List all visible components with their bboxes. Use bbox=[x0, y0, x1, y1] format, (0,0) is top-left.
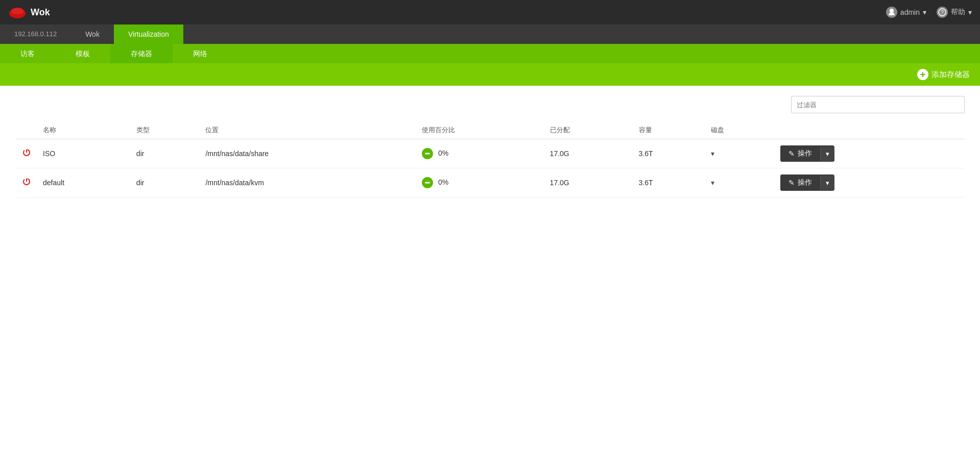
app-title: Wok bbox=[31, 7, 50, 18]
action-dropdown-button-iso[interactable]: ▾ bbox=[820, 146, 834, 161]
user-icon bbox=[886, 7, 897, 18]
logo bbox=[8, 5, 27, 20]
second-bar: 192.168.0.112 Wok Virtualization bbox=[0, 24, 980, 44]
svg-rect-2 bbox=[11, 14, 23, 16]
row-toggle-iso bbox=[15, 139, 38, 168]
tab-template[interactable]: 模板 bbox=[55, 44, 110, 63]
row-action-default: ✎ 操作 ▾ bbox=[775, 168, 965, 197]
row-capacity-default: 3.6T bbox=[634, 168, 706, 197]
main-content: 名称 类型 位置 使用百分比 已分配 容量 磁盘 ISO dir /m bbox=[0, 86, 980, 208]
status-icon-default bbox=[422, 177, 433, 188]
row-type-iso: dir bbox=[131, 139, 201, 168]
svg-point-1 bbox=[11, 8, 23, 15]
row-location-iso: /mnt/nas/data/share bbox=[200, 139, 417, 168]
col-toggle bbox=[15, 121, 38, 139]
top-bar: Wok admin ▾ ? 帮助 ▾ bbox=[0, 0, 980, 24]
nav-virtualization[interactable]: Virtualization bbox=[114, 24, 183, 44]
row-disk-default: ▾ bbox=[706, 168, 775, 197]
help-dropdown-icon[interactable]: ▾ bbox=[968, 8, 972, 16]
action-dropdown-button-default[interactable]: ▾ bbox=[820, 176, 834, 190]
row-allocated-iso: 17.0G bbox=[545, 139, 634, 168]
top-bar-right: admin ▾ ? 帮助 ▾ bbox=[886, 7, 972, 18]
row-toggle-default bbox=[15, 168, 38, 197]
disk-chevron-default[interactable]: ▾ bbox=[711, 179, 714, 187]
col-usage: 使用百分比 bbox=[417, 121, 545, 139]
top-bar-left: Wok bbox=[8, 5, 50, 20]
action-bar: + 添加存储器 bbox=[0, 63, 980, 86]
row-type-default: dir bbox=[131, 168, 201, 197]
plus-icon: + bbox=[917, 69, 928, 80]
row-action-iso: ✎ 操作 ▾ bbox=[775, 139, 965, 168]
logo-icon bbox=[8, 5, 27, 18]
edit-icon-iso: ✎ bbox=[788, 149, 795, 158]
disk-chevron-iso[interactable]: ▾ bbox=[711, 149, 714, 158]
row-capacity-iso: 3.6T bbox=[634, 139, 706, 168]
col-action bbox=[775, 121, 965, 139]
action-group-iso: ✎ 操作 ▾ bbox=[780, 145, 834, 162]
tab-network[interactable]: 网络 bbox=[173, 44, 228, 63]
user-menu[interactable]: admin ▾ bbox=[886, 7, 926, 18]
add-storage-label: 添加存储器 bbox=[931, 70, 970, 80]
row-allocated-default: 17.0G bbox=[545, 168, 634, 197]
usage-percent-iso: 0% bbox=[438, 149, 448, 157]
action-label-iso: 操作 bbox=[798, 149, 812, 158]
action-label-default: 操作 bbox=[798, 178, 812, 187]
filter-input[interactable] bbox=[791, 96, 965, 113]
help-label: 帮助 bbox=[951, 8, 965, 17]
add-storage-button[interactable]: + 添加存储器 bbox=[917, 69, 970, 80]
filter-row bbox=[15, 96, 965, 113]
row-location-default: /mnt/nas/data/kvm bbox=[200, 168, 417, 197]
row-usage-default: 0% bbox=[417, 168, 545, 197]
status-icon-iso bbox=[422, 148, 433, 159]
col-name: 名称 bbox=[38, 121, 131, 139]
table-header: 名称 类型 位置 使用百分比 已分配 容量 磁盘 bbox=[15, 121, 965, 139]
col-capacity: 容量 bbox=[634, 121, 706, 139]
power-button-default[interactable] bbox=[20, 178, 33, 188]
tab-storage[interactable]: 存储器 bbox=[110, 44, 173, 63]
nav-wok[interactable]: Wok bbox=[71, 24, 114, 44]
col-type: 类型 bbox=[131, 121, 201, 139]
edit-icon-default: ✎ bbox=[788, 179, 795, 187]
power-button-iso[interactable] bbox=[20, 148, 33, 159]
table-row: ISO dir /mnt/nas/data/share 0% 17.0G 3.6… bbox=[15, 139, 965, 168]
tab-guest[interactable]: 访客 bbox=[0, 44, 55, 63]
row-disk-iso: ▾ bbox=[706, 139, 775, 168]
action-main-button-default[interactable]: ✎ 操作 bbox=[780, 174, 820, 191]
server-ip: 192.168.0.112 bbox=[0, 24, 71, 44]
col-disk: 磁盘 bbox=[706, 121, 775, 139]
table-row: default dir /mnt/nas/data/kvm 0% 17.0G 3… bbox=[15, 168, 965, 197]
sub-tabs: 访客 模板 存储器 网络 bbox=[0, 44, 228, 63]
col-allocated: 已分配 bbox=[545, 121, 634, 139]
row-name-iso: ISO bbox=[38, 139, 131, 168]
help-menu[interactable]: ? 帮助 ▾ bbox=[937, 7, 972, 18]
col-location: 位置 bbox=[200, 121, 417, 139]
action-main-button-iso[interactable]: ✎ 操作 bbox=[780, 145, 820, 162]
user-name: admin bbox=[900, 8, 920, 16]
sub-tab-bar: 访客 模板 存储器 网络 bbox=[0, 44, 980, 63]
usage-percent-default: 0% bbox=[438, 178, 448, 186]
storage-table: 名称 类型 位置 使用百分比 已分配 容量 磁盘 ISO dir /m bbox=[15, 121, 965, 197]
user-dropdown-icon[interactable]: ▾ bbox=[923, 8, 926, 16]
table-body: ISO dir /mnt/nas/data/share 0% 17.0G 3.6… bbox=[15, 139, 965, 197]
row-name-default: default bbox=[38, 168, 131, 197]
svg-text:?: ? bbox=[941, 10, 944, 15]
svg-point-3 bbox=[890, 9, 894, 13]
row-usage-iso: 0% bbox=[417, 139, 545, 168]
help-icon: ? bbox=[937, 7, 948, 18]
action-group-default: ✎ 操作 ▾ bbox=[780, 174, 834, 191]
